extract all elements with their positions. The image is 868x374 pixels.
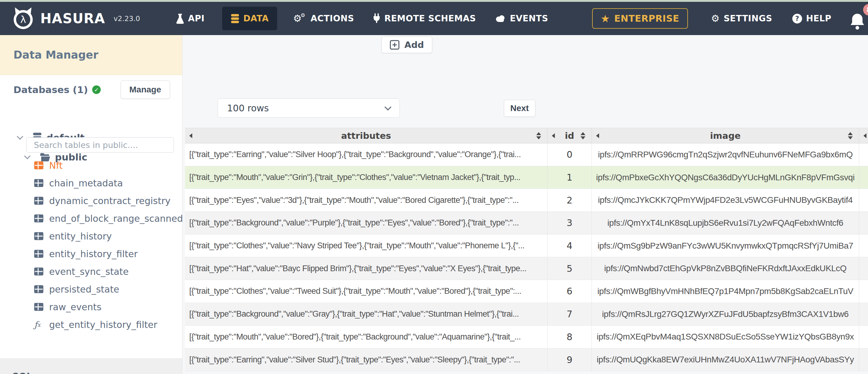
- nav-item-actions[interactable]: ⚙⚙ ACTIONS: [293, 13, 354, 24]
- cell-image[interactable]: ipfs://QmYxT4LnK8sqLupjbS6eRvu1si7Ly2wFQ…: [592, 212, 859, 234]
- cell-attributes[interactable]: [{"trait_type":"Earring","value":"Silver…: [185, 348, 548, 371]
- add-button[interactable]: Add: [381, 37, 432, 53]
- sidebar-table-item[interactable]: ƒx end_of_block_range_scanned_data: [0, 210, 182, 227]
- table-name: entity_history: [49, 231, 112, 242]
- sidebar-table-item[interactable]: ƒx entity_history: [0, 227, 182, 245]
- sidebar-table-item[interactable]: ƒx chain_metadata: [0, 174, 182, 192]
- sort-icon[interactable]: [581, 132, 585, 139]
- cell-attributes[interactable]: [{"trait_type":"Background","value":"Gra…: [185, 303, 548, 325]
- gear-icon: ⚙: [711, 14, 720, 23]
- table-row[interactable]: [{"trait_type":"Mouth","value":"Grin"},{…: [185, 166, 868, 189]
- nav-item-settings[interactable]: ⚙ SETTINGS: [711, 13, 772, 24]
- table-row[interactable]: [{"trait_type":"Mouth","value":"Bored"},…: [185, 326, 868, 349]
- plug-icon: [373, 13, 380, 24]
- cell-partial[interactable]: [859, 348, 868, 371]
- column-header-id[interactable]: id: [548, 128, 592, 143]
- table-icon: [34, 250, 44, 258]
- cell-partial[interactable]: [859, 212, 868, 234]
- notifications-button[interactable]: 8: [849, 6, 868, 31]
- cell-attributes[interactable]: [{"trait_type":"Clothes","value":"Navy S…: [185, 235, 548, 257]
- cell-id[interactable]: 7: [548, 303, 592, 325]
- cell-attributes[interactable]: [{"trait_type":"Earring","value":"Silver…: [185, 144, 548, 166]
- nav-item-events[interactable]: EVENTS: [495, 13, 548, 24]
- table-row[interactable]: [{"trait_type":"Background","value":"Pur…: [185, 212, 868, 235]
- table-row[interactable]: [{"trait_type":"Clothes","value":"Tweed …: [185, 280, 868, 303]
- cell-partial[interactable]: [859, 144, 868, 166]
- sidebar-table-item[interactable]: ƒx raw_events: [0, 298, 182, 316]
- collapse-column-icon[interactable]: [189, 133, 192, 138]
- cell-partial[interactable]: [859, 166, 868, 189]
- cell-id[interactable]: 5: [548, 257, 592, 280]
- cell-id[interactable]: 8: [548, 326, 592, 348]
- manage-button[interactable]: Manage: [121, 81, 170, 99]
- table-row[interactable]: [{"trait_type":"Clothes","value":"Navy S…: [185, 235, 868, 257]
- table-row[interactable]: [{"trait_type":"Eyes","value":"3d"},{"tr…: [185, 189, 868, 212]
- cell-id[interactable]: 9: [548, 348, 592, 371]
- sort-icon[interactable]: [536, 132, 541, 139]
- cell-partial[interactable]: [859, 303, 868, 325]
- table-row[interactable]: [{"trait_type":"Earring","value":"Silver…: [185, 348, 868, 371]
- cell-partial[interactable]: [859, 326, 868, 348]
- cell-partial[interactable]: [859, 235, 868, 257]
- cell-attributes[interactable]: [{"trait_type":"Clothes","value":"Tweed …: [185, 280, 548, 303]
- sidebar-table-item[interactable]: ƒx entity_history_filter: [0, 245, 182, 263]
- nav-item-data[interactable]: DATA: [222, 7, 277, 30]
- cell-id[interactable]: 4: [548, 235, 592, 257]
- column-header-image[interactable]: image: [592, 128, 859, 143]
- enterprise-button[interactable]: ★ ENTERPRISE: [592, 8, 688, 29]
- nav-item-remote-schemas[interactable]: REMOTE SCHEMAS: [373, 13, 476, 24]
- sidebar-table-item[interactable]: ƒx event_sync_state: [0, 263, 182, 280]
- cell-id[interactable]: 6: [548, 280, 592, 303]
- hasura-logo[interactable]: λ: [11, 6, 35, 31]
- table-row[interactable]: [{"trait_type":"Earring","value":"Silver…: [185, 144, 868, 166]
- next-page-button[interactable]: Next: [504, 100, 535, 117]
- column-header-partial[interactable]: [859, 128, 868, 143]
- collapse-column-icon[interactable]: [863, 133, 866, 138]
- cell-image[interactable]: ipfs://QmcJYkCKK7QPmYWjp4FD2e3Lv5WCGFuHN…: [592, 189, 859, 211]
- cell-partial[interactable]: [859, 189, 868, 211]
- column-header-attributes[interactable]: attributes: [185, 128, 548, 143]
- cell-attributes[interactable]: [{"trait_type":"Background","value":"Pur…: [185, 212, 548, 234]
- nav-item-help[interactable]: ? HELP: [792, 13, 831, 24]
- cell-image[interactable]: ipfs://QmXEqPbvM4aq1SQSXN8DSuEcSo5SseYW1…: [592, 326, 859, 348]
- cell-attributes[interactable]: [{"trait_type":"Eyes","value":"3d"},{"tr…: [185, 189, 548, 211]
- cell-id[interactable]: 0: [548, 144, 592, 166]
- collapse-column-icon[interactable]: [596, 133, 599, 138]
- cell-id[interactable]: 3: [548, 212, 592, 234]
- cell-image[interactable]: ipfs://QmSg9bPzW9anFYc3wWU5KnvymwkxQTpmq…: [592, 235, 859, 257]
- bell-icon: [849, 12, 866, 31]
- sidebar-table-item[interactable]: ƒx Nft: [0, 156, 182, 174]
- cell-image[interactable]: ipfs://QmRRPWG96cmgTn2qSzjwr2qvfNEuhunv6…: [592, 144, 859, 166]
- table-row[interactable]: [{"trait_type":"Hat","value":"Bayc Flipp…: [185, 257, 868, 280]
- table-icon: [34, 303, 44, 311]
- cell-id[interactable]: 2: [548, 189, 592, 211]
- nav-item-api[interactable]: API: [176, 13, 205, 24]
- table-name: get_entity_history_filter: [49, 319, 157, 330]
- cell-image[interactable]: ipfs://QmPbxeGcXhYQQNgsC6a36dDyYUcHgMLnG…: [592, 166, 859, 189]
- cell-partial[interactable]: [859, 257, 868, 280]
- cell-image[interactable]: ipfs://QmNwbd7ctEhGpVkP8nZvBBQfiNeFKRdxf…: [592, 257, 859, 280]
- sql-link[interactable]: SQL: [12, 371, 32, 374]
- hasura-logo-icon: λ: [11, 6, 35, 31]
- cell-image[interactable]: ipfs://QmUQgKka8EW7exiUHnMwZ4UoXA11wV7NF…: [592, 348, 859, 371]
- sidebar-table-item[interactable]: ƒx dynamic_contract_registry: [0, 192, 182, 210]
- table-name: entity_history_filter: [49, 249, 138, 259]
- sidebar-table-item[interactable]: ƒx persisted_state: [0, 280, 182, 298]
- search-tables-input[interactable]: [26, 137, 174, 153]
- cell-attributes[interactable]: [{"trait_type":"Mouth","value":"Grin"},{…: [185, 166, 548, 189]
- cell-partial[interactable]: [859, 280, 868, 303]
- rows-per-page-select[interactable]: 100 rows: [218, 98, 400, 118]
- table-icon: [34, 161, 44, 169]
- collapse-column-icon[interactable]: [552, 133, 555, 138]
- cell-image[interactable]: ipfs://QmWBgfBhyVmHNhBfEQ7p1P4Mpn7pm5b8K…: [592, 280, 859, 303]
- table-icon: [34, 214, 44, 222]
- cell-image[interactable]: ipfs://QmRsJLrg27GQ1ZWyrXZFuJFdU5bapfzsy…: [592, 303, 859, 325]
- cell-id[interactable]: 1: [548, 166, 592, 189]
- table-row[interactable]: [{"trait_type":"Background","value":"Gra…: [185, 303, 868, 326]
- sidebar-table-item[interactable]: ƒx get_entity_history_filter: [0, 316, 182, 334]
- nav-item-label: EVENTS: [510, 13, 548, 24]
- sort-icon[interactable]: [848, 132, 853, 139]
- chevron-down-icon[interactable]: [17, 133, 23, 139]
- cell-attributes[interactable]: [{"trait_type":"Hat","value":"Bayc Flipp…: [185, 257, 548, 280]
- cell-attributes[interactable]: [{"trait_type":"Mouth","value":"Bored"},…: [185, 326, 548, 348]
